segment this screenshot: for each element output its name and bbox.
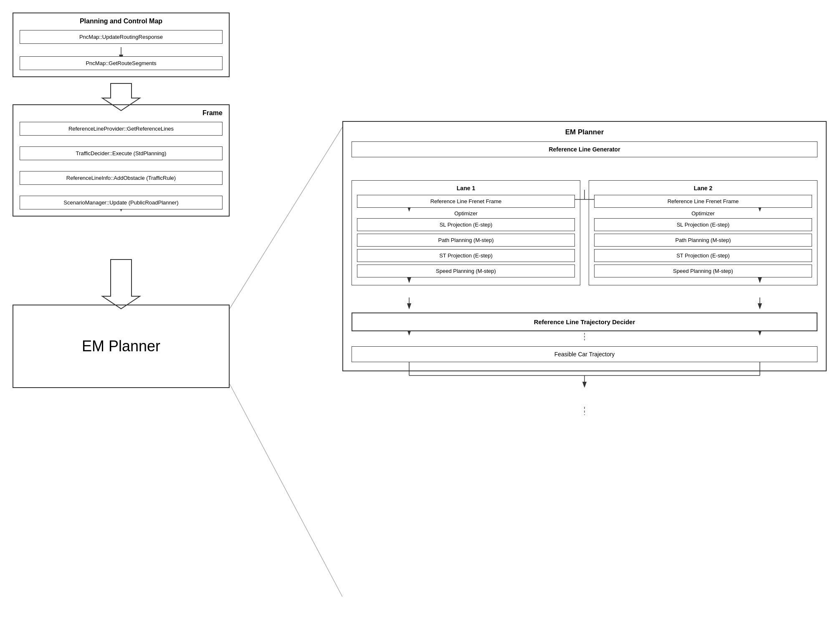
lane1-path-planning: Path Planning (M-step) (357, 234, 575, 247)
lane1-optimizer-label: Optimizer (357, 210, 575, 217)
lane1-st-proj: ST Projection (E-step) (357, 249, 575, 262)
frame-title: Frame (20, 109, 223, 117)
lane2-title: Lane 2 (594, 185, 812, 192)
frame-node4: ScenarioManager::Update (PublicRoadPlann… (20, 196, 223, 209)
frame-box: Frame ReferenceLineProvider::GetReferenc… (13, 104, 230, 217)
lane2-sl-proj: SL Projection (E-step) (594, 218, 812, 231)
svg-marker-3 (102, 260, 140, 309)
lane2-st-proj: ST Projection (E-step) (594, 249, 812, 262)
pnc-map-node1: PncMap::UpdateRoutingResponse (20, 30, 223, 44)
frame-node3: ReferenceLineInfo::AddObstacle (TrafficR… (20, 171, 223, 185)
lane2-path-planning: Path Planning (M-step) (594, 234, 812, 247)
pnc-map-title: Planning and Control Map (20, 18, 223, 25)
ref-line-gen-box: Reference Line Generator (352, 141, 817, 157)
lane1-ref-frenet: Reference Line Frenet Frame (357, 195, 575, 208)
svg-line-4 (230, 127, 342, 309)
svg-line-5 (230, 384, 342, 597)
lane1-box: Lane 1 Reference Line Frenet Frame Optim… (352, 180, 580, 285)
pnc-map-node2: PncMap::GetRouteSegments (20, 56, 223, 70)
frame-node2: TrafficDecider::Execute (StdPlanning) (20, 146, 223, 160)
frame-node1: ReferenceLineProvider::GetReferenceLines (20, 122, 223, 136)
lane1-title: Lane 1 (357, 185, 575, 192)
em-planner-right-title: EM Planner (352, 128, 817, 136)
em-planner-left-box: EM Planner (13, 305, 230, 388)
lane1-sl-proj: SL Projection (E-step) (357, 218, 575, 231)
em-planner-left-title: EM Planner (82, 338, 160, 355)
lanes-row: Lane 1 Reference Line Frenet Frame Optim… (352, 180, 817, 285)
ref-traj-decider-box: Reference Line Trajectory Decider (352, 312, 817, 331)
lane2-box: Lane 2 Reference Line Frenet Frame Optim… (589, 180, 817, 285)
diagram-container: Planning and Control Map PncMap::UpdateR… (0, 0, 840, 625)
pnc-map-box: Planning and Control Map PncMap::UpdateR… (13, 13, 230, 77)
em-planner-right: EM Planner Reference Line Generator Lane… (342, 121, 827, 371)
lane2-ref-frenet: Reference Line Frenet Frame (594, 195, 812, 208)
lane2-speed-planning: Speed Planning (M-step) (594, 265, 812, 277)
lane2-optimizer-label: Optimizer (594, 210, 812, 217)
lane1-speed-planning: Speed Planning (M-step) (357, 265, 575, 277)
feasible-traj-box: Feasible Car Trajectory (352, 346, 817, 362)
